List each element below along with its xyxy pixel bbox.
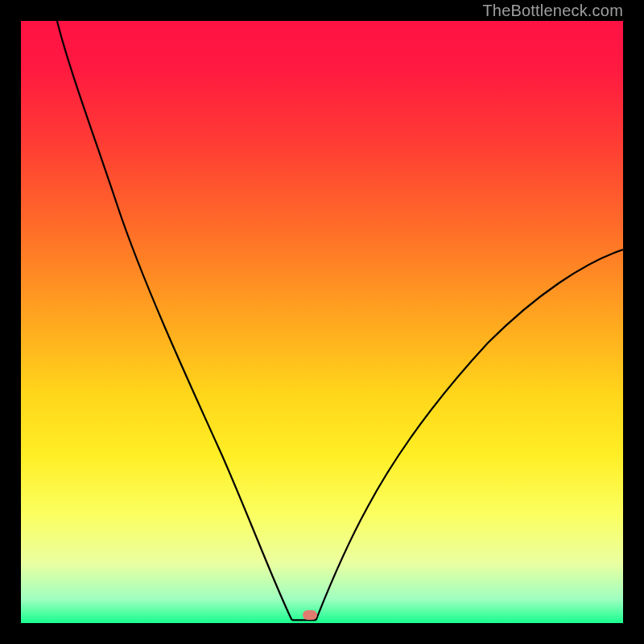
bottleneck-curve bbox=[21, 21, 623, 623]
chart-frame: TheBottleneck.com bbox=[0, 0, 644, 644]
optimum-marker bbox=[303, 610, 317, 620]
plot-area bbox=[21, 21, 623, 623]
watermark-label: TheBottleneck.com bbox=[482, 2, 623, 20]
